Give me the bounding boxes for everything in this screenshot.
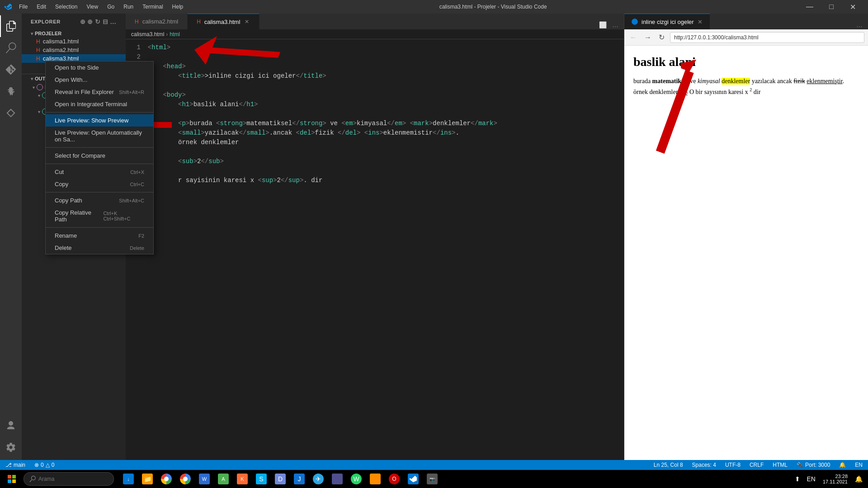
ctx-live-preview-auto[interactable]: Live Preview: Open Automatically on Sa..… xyxy=(46,127,153,145)
menu-terminal[interactable]: Terminal xyxy=(139,3,166,11)
ctx-delete[interactable]: Delete Delete xyxy=(46,242,153,254)
breadcrumb-file[interactable]: calisma3.html xyxy=(131,31,164,38)
activity-extensions[interactable] xyxy=(0,102,22,124)
tab-calisma3[interactable]: H calisma3.html ✕ xyxy=(188,14,259,29)
sidebar-header-actions[interactable]: ⊕ ⊕ ↻ ⊟ … xyxy=(80,18,117,25)
more-actions-icon[interactable]: … xyxy=(610,20,620,29)
ctx-open-with[interactable]: Open With... xyxy=(46,74,153,86)
context-menu[interactable]: Open to the Side Open With... Reveal in … xyxy=(45,61,154,254)
taskbar-app-source[interactable]: K xyxy=(233,470,251,488)
warnings-count: 0 xyxy=(52,462,55,468)
taskbar-app-red[interactable]: O xyxy=(385,470,403,488)
preview-tab-close[interactable]: ✕ xyxy=(698,19,703,25)
ctx-select-compare[interactable]: Select for Compare xyxy=(46,150,153,162)
ctx-copy-relative-path[interactable]: Copy Relative Path Ctrl+K Ctrl+Shift+C xyxy=(46,206,153,225)
taskbar-search-input[interactable] xyxy=(38,476,102,482)
cursor-position[interactable]: Ln 25, Col 8 xyxy=(652,462,685,468)
activity-debug[interactable] xyxy=(0,80,22,102)
ctx-copy[interactable]: Copy Ctrl+C xyxy=(46,178,153,190)
app-icon: K xyxy=(237,474,248,484)
tab-close-button[interactable]: ✕ xyxy=(244,18,250,26)
ctx-rename[interactable]: Rename F2 xyxy=(46,230,153,242)
preview-tab[interactable]: inline cizgi ici ogeler ✕ xyxy=(624,14,710,29)
refresh-button[interactable]: ↻ xyxy=(657,31,666,43)
errors-warnings-status[interactable]: ⊗ 0 △ 0 xyxy=(33,462,56,468)
new-folder-icon[interactable]: ⊕ xyxy=(87,18,93,25)
activity-account[interactable] xyxy=(0,415,22,436)
taskbar-clock[interactable]: 23:28 17.11.2021 xyxy=(819,474,851,484)
encoding[interactable]: UTF-8 xyxy=(723,462,742,468)
html-file-icon: H xyxy=(36,47,40,53)
file-calisma1[interactable]: H calisma1.html xyxy=(22,37,126,46)
menu-run[interactable]: Run xyxy=(120,3,137,11)
split-editor-icon[interactable]: ⬜ xyxy=(597,20,609,29)
ctx-open-terminal[interactable]: Open in Integrated Terminal xyxy=(46,98,153,110)
taskbar-app-joplin[interactable]: J xyxy=(290,470,308,488)
ctx-open-to-side[interactable]: Open to the Side xyxy=(46,61,153,74)
back-button[interactable]: ← xyxy=(628,32,639,43)
activity-search[interactable] xyxy=(0,37,22,59)
menu-file[interactable]: File xyxy=(15,3,31,11)
taskbar-app-chrome[interactable] xyxy=(157,470,175,488)
menu-go[interactable]: Go xyxy=(104,3,118,11)
language-mode[interactable]: HTML xyxy=(771,462,789,468)
taskbar-app-downloads[interactable]: ↓ xyxy=(119,470,137,488)
activity-settings[interactable] xyxy=(0,436,22,458)
tab-calisma2[interactable]: H calisma2.html xyxy=(126,14,188,29)
url-input[interactable] xyxy=(670,32,864,43)
code-line: <h1>baslik alani</h1> xyxy=(148,100,620,109)
taskbar-app-discord2[interactable] xyxy=(328,470,346,488)
taskbar-app-vscode[interactable] xyxy=(404,470,422,488)
ctx-reveal-explorer[interactable]: Reveal in File Explorer Shift+Alt+R xyxy=(46,86,153,98)
menu-edit[interactable]: Edit xyxy=(33,3,50,11)
activity-explorer[interactable] xyxy=(0,15,22,37)
taskbar-search-box[interactable] xyxy=(24,472,114,486)
titlebar-menu[interactable]: File Edit Selection View Go Run Terminal… xyxy=(15,3,187,11)
ctx-live-preview[interactable]: Live Preview: Show Preview xyxy=(46,114,153,127)
forward-button[interactable]: → xyxy=(642,32,653,43)
port-status[interactable]: 🔌 Port: 3000 xyxy=(795,462,832,468)
indentation[interactable]: Spaces: 4 xyxy=(690,462,718,468)
taskbar-app-telegram[interactable]: ✈ xyxy=(309,470,327,488)
close-button[interactable]: ✕ xyxy=(843,0,863,14)
more-actions-icon[interactable]: … xyxy=(110,18,117,25)
html-file-icon: H xyxy=(36,38,40,45)
line-endings[interactable]: CRLF xyxy=(748,462,765,468)
language-indicator[interactable]: EN xyxy=(853,462,864,468)
git-branch-status[interactable]: ⎇ main xyxy=(4,462,27,468)
taskbar-app-chrome2[interactable] xyxy=(176,470,194,488)
notification-icon[interactable]: 🔔 xyxy=(837,462,848,468)
taskbar-app-whatsapp[interactable]: W xyxy=(347,470,365,488)
editor-area: H calisma2.html H calisma3.html ✕ ⬜ … ca… xyxy=(126,14,624,460)
taskbar-app-folder[interactable]: 📁 xyxy=(138,470,156,488)
bell-icon: 🔔 xyxy=(839,462,846,468)
ctx-cut[interactable]: Cut Ctrl+X xyxy=(46,166,153,178)
taskbar-app-discord[interactable]: D xyxy=(271,470,289,488)
taskbar-app-misc[interactable] xyxy=(366,470,384,488)
maximize-button[interactable]: □ xyxy=(821,0,842,14)
new-file-icon[interactable]: ⊕ xyxy=(80,18,86,25)
breadcrumb-html-tag[interactable]: html xyxy=(170,31,180,38)
collapse-all-icon[interactable]: ⊟ xyxy=(103,18,108,25)
taskbar-network-icon[interactable]: ⬆ xyxy=(793,474,802,483)
activity-git[interactable] xyxy=(0,59,22,80)
taskbar-app-skype[interactable]: S xyxy=(252,470,270,488)
app-icon: ✈ xyxy=(313,474,324,484)
code-content[interactable]: <html> <head> <title>>inline cizgi ici o… xyxy=(144,39,624,460)
taskbar-app-green[interactable]: A xyxy=(214,470,232,488)
taskbar-app-writer[interactable]: W xyxy=(195,470,213,488)
start-button[interactable] xyxy=(2,470,22,488)
file-calisma2[interactable]: H calisma2.html xyxy=(22,46,126,54)
projeler-section[interactable]: ▾ PROJELER xyxy=(22,30,126,37)
menu-selection[interactable]: Selection xyxy=(52,3,81,11)
refresh-icon[interactable]: ↻ xyxy=(95,18,101,25)
taskbar-notifications-icon[interactable]: 🔔 xyxy=(853,474,864,483)
menu-view[interactable]: View xyxy=(83,3,102,11)
taskbar-lang-icon[interactable]: EN xyxy=(805,474,817,483)
ctx-copy-path[interactable]: Copy Path Shift+Alt+C xyxy=(46,194,153,206)
minimize-button[interactable]: — xyxy=(799,0,820,14)
taskbar-app-ekran[interactable]: 📷 xyxy=(423,470,441,488)
preview-tab-actions[interactable]: … xyxy=(851,20,868,29)
menu-help[interactable]: Help xyxy=(169,3,187,11)
more-actions-icon[interactable]: … xyxy=(854,20,864,29)
